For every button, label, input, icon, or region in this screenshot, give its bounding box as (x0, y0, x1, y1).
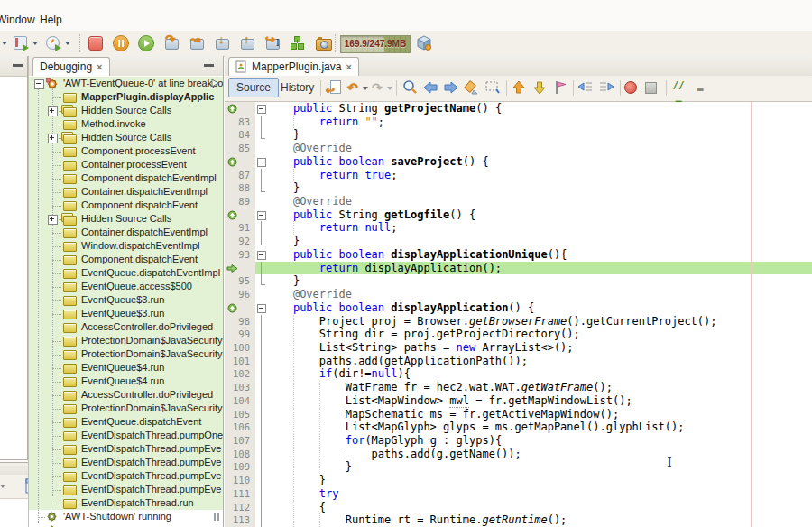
comment-button[interactable]: //▂ (670, 79, 687, 97)
fold-column[interactable] (255, 208, 267, 222)
fold-column[interactable] (255, 355, 267, 368)
fold-column[interactable] (255, 288, 267, 301)
code-line[interactable]: public String getProjectName() { (225, 102, 812, 116)
next-bookmark-button[interactable] (531, 79, 548, 97)
fold-column[interactable] (255, 248, 267, 262)
code-line[interactable]: 93 public boolean displayApplicationUniq… (225, 248, 812, 262)
dropdown-icon[interactable] (0, 485, 5, 488)
line-number-gutter[interactable]: 100 (225, 341, 255, 355)
stack-frame-row[interactable]: Component.dispatchEvent (29, 253, 223, 266)
fold-column[interactable] (255, 408, 267, 421)
stack-frame-row[interactable]: ProtectionDomain$JavaSecurity (29, 347, 223, 361)
code-line[interactable]: 99 String dir = proj.getProjectDirectory… (225, 328, 812, 341)
stack-frame-row[interactable]: EventDispatchThread.pumpEve (29, 483, 223, 496)
fold-column[interactable] (255, 367, 267, 381)
line-number-gutter[interactable]: 89 (225, 195, 255, 208)
code-line[interactable]: 101 paths.add(getApplicationPath()); (225, 355, 812, 368)
line-number-gutter[interactable]: 91 (225, 221, 255, 235)
fold-column[interactable] (255, 195, 267, 208)
back-dropdown-icon[interactable] (363, 87, 368, 90)
fold-column[interactable] (255, 274, 267, 288)
code-line[interactable]: 83 return ""; (225, 116, 812, 129)
line-number-gutter[interactable] (225, 208, 255, 222)
toggle-bookmark-button[interactable] (552, 79, 568, 97)
stack-frame-row[interactable]: EventQueue$4.run (29, 374, 223, 388)
fold-column[interactable] (255, 315, 267, 328)
fold-column[interactable] (255, 448, 267, 461)
code-line[interactable]: 89 @Override (225, 195, 812, 208)
code-line[interactable]: public boolean displayApplication() { (225, 301, 812, 315)
run-to-cursor-button[interactable]: ↪ I (263, 33, 282, 53)
stack-frame-row[interactable]: Container.dispatchEventImpl (29, 185, 223, 199)
take-gui-snapshot-button[interactable] (313, 33, 333, 53)
code-line[interactable]: 95 } (225, 274, 812, 288)
back-button[interactable]: ↶ (346, 79, 362, 97)
line-number-gutter[interactable]: 105 (225, 408, 255, 421)
fold-marker-icon[interactable] (257, 105, 266, 114)
step-into-button[interactable]: ↓ (212, 33, 232, 53)
stack-frame-row[interactable]: EventQueue$3.run (29, 307, 223, 320)
code-line[interactable]: 111 try (225, 487, 812, 501)
stack-frame-row[interactable]: EventDispatchThread.pumpOne (29, 429, 223, 442)
stack-frame-row[interactable]: Container.processEvent (29, 158, 223, 171)
panel-splitter[interactable] (223, 56, 224, 527)
stack-frame-row[interactable]: Component.dispatchEventImpl (29, 171, 223, 185)
line-number-gutter[interactable]: 109 (225, 460, 255, 474)
code-line[interactable]: return displayApplication(); (225, 262, 812, 275)
menu-help[interactable]: Help (40, 14, 62, 26)
code-line[interactable]: 84 } (225, 128, 812, 142)
shift-line-left-button[interactable] (577, 79, 594, 97)
fold-column[interactable] (255, 142, 267, 155)
stack-frame-row[interactable]: EventQueue.access$500 (29, 280, 223, 293)
stack-frame-row[interactable]: Hidden Source Calls (29, 104, 223, 117)
stack-frame-row[interactable]: EventDispatchThread.pumpEve (29, 469, 223, 483)
fold-marker-icon[interactable] (257, 211, 266, 220)
code-line[interactable]: 85 @Override (225, 142, 812, 155)
fold-column[interactable] (255, 328, 267, 341)
stack-frame-row[interactable]: MapperPlugin.displayApplic (29, 90, 223, 104)
stop-macro-recording-button[interactable] (645, 79, 657, 97)
fold-marker-icon[interactable] (257, 158, 266, 167)
line-number-gutter[interactable]: 96 (225, 288, 255, 301)
stack-frame-row[interactable]: Hidden Source Calls (29, 131, 223, 144)
forward-dropdown-icon[interactable] (387, 87, 392, 90)
debug-project-button[interactable] (11, 33, 31, 53)
line-number-gutter[interactable]: 93 (225, 248, 255, 262)
fold-marker-icon[interactable] (257, 251, 266, 260)
code-line[interactable]: 107 for(MapGlyph g : glyps){ (225, 434, 812, 448)
stack-frame-row[interactable]: Window.dispatchEventImpl (29, 239, 223, 253)
profile-project-button[interactable] (43, 33, 63, 53)
fold-column[interactable] (255, 181, 267, 195)
debug-dropdown-icon[interactable] (32, 42, 38, 45)
fold-column[interactable] (255, 381, 267, 394)
line-number-gutter[interactable]: 95 (225, 274, 255, 288)
code-line[interactable]: 109 } (225, 460, 812, 474)
fold-marker-icon[interactable] (257, 304, 266, 313)
shift-line-right-button[interactable] (598, 79, 614, 97)
line-number-gutter[interactable]: 88 (225, 181, 255, 195)
fold-column[interactable] (255, 169, 267, 182)
find-next-button[interactable] (443, 79, 459, 97)
line-number-gutter[interactable]: 111 (225, 487, 255, 501)
uncomment-button[interactable]: ▂ (692, 79, 708, 97)
step-over-button[interactable]: ↷ (161, 33, 181, 53)
hidden-toolbar-dropdown-icon[interactable] (2, 42, 7, 45)
line-number-gutter[interactable]: 83 (225, 116, 255, 129)
suspend-thread-icon[interactable] (214, 513, 216, 521)
line-number-gutter[interactable]: 103 (225, 381, 255, 394)
line-number-gutter[interactable]: 104 (225, 394, 255, 408)
stack-frame-row[interactable]: EventQueue.dispatchEvent (29, 415, 223, 429)
expand-handle-icon[interactable] (48, 215, 58, 225)
code-line[interactable]: 110 } (225, 474, 812, 487)
menu-window[interactable]: Window (0, 14, 35, 26)
stack-frame-row[interactable]: EventDispatchThread.run (29, 496, 223, 510)
code-line[interactable]: 104 List<MapWindow> mwl = fr.getMapWindo… (225, 394, 812, 408)
line-number-gutter[interactable]: 108 (225, 448, 255, 461)
line-number-gutter[interactable]: 113 (225, 513, 255, 527)
code-line[interactable]: 96 @Override (225, 288, 812, 301)
fold-column[interactable] (255, 262, 267, 275)
stack-frame-row[interactable]: EventQueue$4.run (29, 361, 223, 374)
step-out-button[interactable]: ↑ (237, 33, 257, 53)
find-selection-button[interactable] (401, 79, 418, 97)
code-line[interactable]: 105 MapSchematic ms = fr.getActiveMapWin… (225, 408, 812, 421)
